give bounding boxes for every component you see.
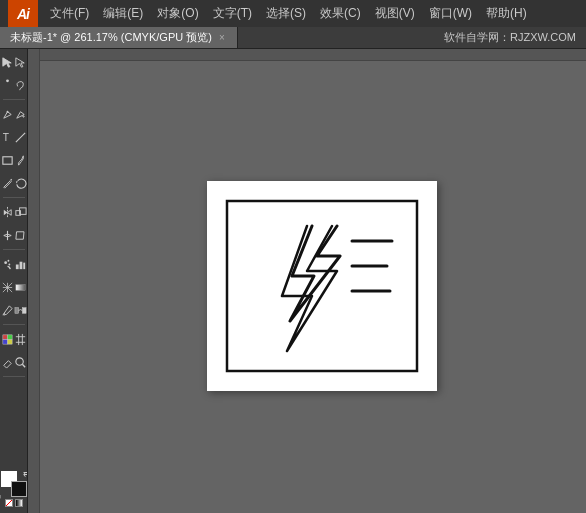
type-line-pair[interactable]: T [1, 126, 27, 148]
color-boxes[interactable]: ⇄ ■ [1, 471, 27, 497]
svg-point-26 [15, 357, 22, 364]
direct-selection-tool[interactable] [14, 51, 27, 73]
ruler-top [28, 49, 586, 61]
live-paint-tool[interactable] [1, 328, 14, 350]
svg-point-13 [7, 259, 9, 261]
column-graph-tool[interactable] [14, 253, 27, 275]
toolbar-separator-4 [3, 324, 25, 325]
svg-rect-11 [15, 231, 23, 238]
svg-line-0 [2, 80, 7, 89]
svg-rect-23 [7, 334, 12, 339]
menu-help[interactable]: 帮助(H) [480, 3, 533, 24]
svg-rect-21 [22, 307, 26, 313]
gradient-color-button[interactable] [15, 499, 23, 507]
magic-wand-tool[interactable] [1, 74, 14, 96]
svg-rect-16 [19, 261, 22, 268]
eraser-tool[interactable] [1, 351, 14, 373]
none-color-button[interactable] [5, 499, 13, 507]
tab-close-button[interactable]: × [217, 32, 227, 43]
free-transform-tool[interactable] [14, 224, 27, 246]
pen-tool[interactable] [1, 103, 14, 125]
fill-color-box[interactable] [11, 481, 27, 497]
tab-right-info: 软件自学网：RJZXW.COM [434, 27, 586, 48]
eyedropper-blend-pair[interactable] [1, 299, 27, 321]
color-mode-row [5, 499, 23, 507]
pencil-rotate-pair[interactable] [1, 172, 27, 194]
svg-line-27 [22, 364, 25, 367]
svg-rect-22 [2, 334, 7, 339]
slice-tool[interactable] [14, 328, 27, 350]
rectangle-tool[interactable] [1, 149, 14, 171]
svg-rect-20 [14, 307, 18, 313]
livepaint-slice-pair[interactable] [1, 328, 27, 350]
menu-view[interactable]: 视图(V) [369, 3, 421, 24]
scale-tool[interactable] [14, 201, 27, 223]
reflect-tool[interactable] [1, 201, 14, 223]
selection-tool-pair[interactable] [1, 51, 27, 73]
type-tool[interactable]: T [1, 126, 14, 148]
mesh-gradient-pair[interactable] [1, 276, 27, 298]
width-transform-pair[interactable] [1, 224, 27, 246]
tab-bar: 未标题-1* @ 261.17% (CMYK/GPU 预览) × 软件自学网：R… [0, 27, 586, 49]
selection-tool[interactable] [1, 51, 14, 73]
eyedropper-tool[interactable] [1, 299, 14, 321]
zoom-tool[interactable] [14, 351, 27, 373]
pencil-tool[interactable] [1, 172, 14, 194]
svg-rect-18 [15, 284, 24, 290]
toolbar-separator-5 [3, 376, 25, 377]
svg-text:T: T [2, 132, 8, 143]
svg-point-12 [4, 261, 7, 264]
svg-text:+: + [21, 113, 25, 120]
line-segment-tool[interactable] [14, 126, 27, 148]
main-area: + T [0, 49, 586, 513]
artwork-svg [207, 181, 437, 391]
svg-rect-28 [227, 201, 417, 371]
svg-line-5 [15, 132, 24, 141]
menu-bar: 文件(F) 编辑(E) 对象(O) 文字(T) 选择(S) 效果(C) 视图(V… [44, 3, 578, 24]
svg-rect-24 [2, 339, 7, 344]
toolbar-separator-3 [3, 249, 25, 250]
rect-brush-pair[interactable] [1, 149, 27, 171]
add-anchor-tool[interactable]: + [14, 103, 27, 125]
canvas-area[interactable] [28, 49, 586, 513]
reset-colors-icon[interactable]: ■ [0, 493, 1, 500]
artboard [207, 181, 437, 391]
gradient-tool[interactable] [14, 276, 27, 298]
svg-point-2 [6, 110, 8, 112]
svg-point-1 [6, 79, 9, 82]
symbol-sprayer-tool[interactable] [1, 253, 14, 275]
toolbar-separator-1 [3, 99, 25, 100]
svg-rect-17 [23, 262, 25, 269]
menu-effect[interactable]: 效果(C) [314, 3, 367, 24]
menu-edit[interactable]: 编辑(E) [97, 3, 149, 24]
lasso-tool[interactable] [14, 74, 27, 96]
svg-rect-6 [2, 156, 11, 163]
title-bar: Ai 文件(F) 编辑(E) 对象(O) 文字(T) 选择(S) 效果(C) 视… [0, 0, 586, 27]
width-tool[interactable] [1, 224, 14, 246]
menu-type[interactable]: 文字(T) [207, 3, 258, 24]
paintbrush-tool[interactable] [14, 149, 27, 171]
svg-rect-25 [7, 339, 12, 344]
mirror-scale-pair[interactable] [1, 201, 27, 223]
blend-tool[interactable] [14, 299, 27, 321]
svg-rect-15 [15, 264, 18, 269]
menu-file[interactable]: 文件(F) [44, 3, 95, 24]
mesh-tool[interactable] [1, 276, 14, 298]
eraser-zoom-pair[interactable] [1, 351, 27, 373]
tab-label: 未标题-1* @ 261.17% (CMYK/GPU 预览) [10, 30, 212, 45]
left-toolbar: + T [0, 49, 28, 513]
menu-select[interactable]: 选择(S) [260, 3, 312, 24]
symbol-graph-pair[interactable] [1, 253, 27, 275]
menu-window[interactable]: 窗口(W) [423, 3, 478, 24]
active-tab[interactable]: 未标题-1* @ 261.17% (CMYK/GPU 预览) × [0, 27, 238, 48]
color-section: ⇄ ■ [1, 467, 27, 511]
menu-object[interactable]: 对象(O) [151, 3, 204, 24]
ai-logo: Ai [8, 0, 38, 27]
rotate-tool[interactable] [14, 172, 27, 194]
magic-lasso-pair[interactable] [1, 74, 27, 96]
svg-point-14 [8, 263, 10, 265]
ruler-left [28, 49, 40, 513]
pen-pair[interactable]: + [1, 103, 27, 125]
toolbar-separator-2 [3, 197, 25, 198]
